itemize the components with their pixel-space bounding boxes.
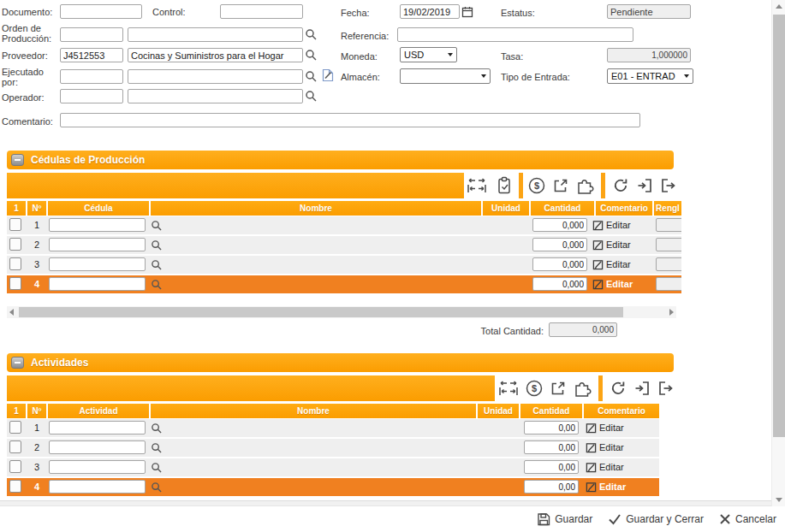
control-input[interactable] xyxy=(220,4,303,19)
hscrollbar-thumb[interactable] xyxy=(19,307,623,317)
search-icon[interactable] xyxy=(151,239,162,251)
plugin-icon[interactable] xyxy=(574,174,596,197)
chevron-down-icon xyxy=(684,74,689,78)
almacen-select[interactable] xyxy=(400,68,491,84)
cantidad-input[interactable] xyxy=(532,277,587,291)
cantidad-input[interactable] xyxy=(532,238,587,251)
col-header-select: 1 xyxy=(7,201,26,216)
vscrollbar-thumb[interactable] xyxy=(773,15,785,437)
cantidad-input[interactable] xyxy=(524,440,579,454)
proveedor-name-input[interactable] xyxy=(128,48,303,62)
search-icon[interactable] xyxy=(305,28,317,40)
cantidad-input[interactable] xyxy=(524,460,579,474)
currency-icon[interactable] xyxy=(523,377,545,399)
import-icon[interactable] xyxy=(631,377,653,399)
scroll-up-icon[interactable] xyxy=(776,4,782,9)
row-select-checkbox[interactable] xyxy=(9,480,21,493)
refresh-icon[interactable] xyxy=(607,377,629,399)
renglon-input xyxy=(656,257,681,271)
comentario-input[interactable] xyxy=(60,113,640,127)
moneda-select[interactable]: USD xyxy=(400,47,457,62)
search-icon[interactable] xyxy=(151,442,162,453)
referencia-input[interactable] xyxy=(397,27,633,42)
row-select-checkbox[interactable] xyxy=(9,238,21,251)
refresh-icon[interactable] xyxy=(610,174,632,197)
ejecutado-name-input[interactable] xyxy=(128,69,303,84)
cedula-code-input[interactable] xyxy=(49,218,146,232)
check-icon xyxy=(608,513,621,525)
editar-button[interactable]: Editar xyxy=(586,441,624,453)
cantidad-input[interactable] xyxy=(532,218,587,232)
export-icon[interactable] xyxy=(657,174,680,197)
ejecutado-code-input[interactable] xyxy=(60,69,123,84)
search-icon[interactable] xyxy=(151,482,162,493)
guardar-y-cerrar-label: Guardar y Cerrar xyxy=(626,513,704,525)
editar-button[interactable]: Editar xyxy=(592,239,631,251)
search-icon[interactable] xyxy=(305,70,317,82)
cantidad-input[interactable] xyxy=(524,421,579,434)
search-icon[interactable] xyxy=(151,259,162,270)
operador-name-input[interactable] xyxy=(128,89,303,103)
cedula-code-input[interactable] xyxy=(49,257,146,271)
editar-button[interactable]: Editar xyxy=(592,258,631,270)
actividad-code-input[interactable] xyxy=(49,440,146,454)
edit-document-icon[interactable] xyxy=(321,68,335,82)
editar-button[interactable]: Editar xyxy=(586,422,624,434)
cantidad-input[interactable] xyxy=(524,480,579,494)
row-select-checkbox[interactable] xyxy=(9,277,21,290)
tipo-entrada-select[interactable]: E01 - ENTRAD xyxy=(607,68,693,84)
actividades-section-header: Actividades xyxy=(7,353,674,372)
fecha-input[interactable] xyxy=(400,4,460,19)
resize-columns-icon[interactable] xyxy=(466,174,488,197)
row-select-checkbox[interactable] xyxy=(9,218,21,231)
search-icon[interactable] xyxy=(305,49,317,61)
calendar-icon[interactable] xyxy=(461,6,473,18)
collapse-minus-icon[interactable] xyxy=(11,154,24,166)
resize-columns-icon[interactable] xyxy=(497,377,520,399)
operador-code-input[interactable] xyxy=(60,89,123,103)
open-window-icon[interactable] xyxy=(547,377,569,399)
editar-button[interactable]: Editar xyxy=(592,219,631,231)
collapse-minus-icon[interactable] xyxy=(11,357,24,369)
editar-label: Editar xyxy=(606,279,633,289)
search-icon[interactable] xyxy=(151,279,162,290)
guardar-y-cerrar-button[interactable]: Guardar y Cerrar xyxy=(608,513,704,525)
actividad-code-input[interactable] xyxy=(49,421,146,434)
row-select-checkbox[interactable] xyxy=(9,460,21,473)
import-icon[interactable] xyxy=(633,174,656,197)
cancelar-button[interactable]: Cancelar xyxy=(719,513,776,525)
scroll-right-icon[interactable] xyxy=(669,309,674,316)
proveedor-label: Proveedor: xyxy=(2,50,48,61)
actividad-code-input[interactable] xyxy=(49,480,146,494)
cedulas-hscrollbar[interactable] xyxy=(7,306,676,318)
open-window-icon[interactable] xyxy=(550,174,572,197)
editar-button[interactable]: Editar xyxy=(592,278,633,290)
scroll-left-icon[interactable] xyxy=(9,309,14,316)
paste-check-icon[interactable] xyxy=(493,174,515,197)
search-icon[interactable] xyxy=(151,220,162,231)
row-select-checkbox[interactable] xyxy=(9,440,21,453)
proveedor-code-input[interactable] xyxy=(60,48,123,62)
row-select-checkbox[interactable] xyxy=(9,257,21,270)
search-icon[interactable] xyxy=(305,90,317,102)
search-icon[interactable] xyxy=(151,462,162,473)
cedula-code-input[interactable] xyxy=(49,277,146,291)
plugin-icon[interactable] xyxy=(571,377,593,399)
currency-icon[interactable] xyxy=(526,174,548,197)
row-select-checkbox[interactable] xyxy=(9,421,21,434)
vertical-scrollbar[interactable] xyxy=(771,0,785,506)
cedula-code-input[interactable] xyxy=(49,238,146,251)
search-icon[interactable] xyxy=(151,423,162,434)
editar-button[interactable]: Editar xyxy=(586,481,626,493)
documento-input[interactable] xyxy=(60,4,142,19)
col-header-actividad: Actividad xyxy=(48,404,149,418)
cantidad-input[interactable] xyxy=(532,257,587,271)
scroll-down-icon[interactable] xyxy=(776,498,782,502)
editar-button[interactable]: Editar xyxy=(586,461,624,473)
guardar-button[interactable]: Guardar xyxy=(537,512,592,526)
actividad-code-input[interactable] xyxy=(49,460,146,474)
edit-note-icon xyxy=(586,461,597,473)
orden-name-input[interactable] xyxy=(128,27,303,42)
export-icon[interactable] xyxy=(655,377,677,399)
orden-code-input[interactable] xyxy=(60,27,123,42)
